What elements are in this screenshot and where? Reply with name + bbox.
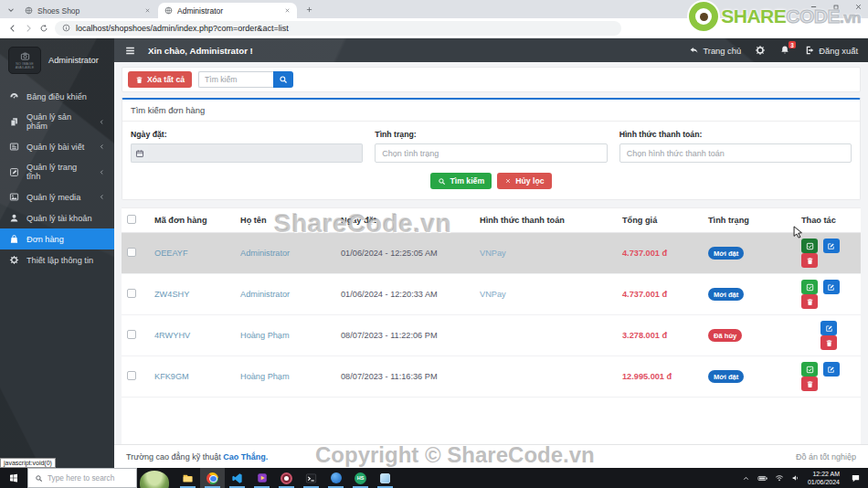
taskbar-search[interactable] [27, 468, 137, 488]
status-label: Tình trạng: [375, 130, 607, 139]
sidebar-item-accounts[interactable]: Quản lý tài khoản [0, 207, 114, 228]
menu-toggle-button[interactable] [124, 45, 136, 57]
sidebar-item-static-pages[interactable]: Quản lý trang tĩnh [0, 157, 114, 186]
window-minimize-button[interactable] [810, 3, 818, 11]
footer-school-link[interactable]: Cao Thắng. [223, 452, 268, 461]
taskbar-clock[interactable]: 12:22 AM 01/06/2024 [808, 470, 840, 486]
browser-tab-shoes-shop[interactable]: Shoes Shop [18, 3, 157, 18]
date-label: Ngày đặt: [131, 130, 363, 139]
delete-order-button[interactable] [801, 377, 818, 391]
order-code-link[interactable]: ZW4SHY [154, 290, 189, 299]
tray-expand-chevron[interactable] [742, 474, 750, 483]
hs-app-icon: HS [355, 472, 366, 484]
quick-search-input[interactable] [198, 71, 273, 88]
terminal-icon [305, 472, 317, 484]
settings-gears-button[interactable] [755, 45, 766, 56]
order-date: 08/07/2023 - 11:16:36 PM [335, 356, 474, 398]
sidebar-item-orders[interactable]: Đơn hàng [0, 228, 114, 249]
window-close-button[interactable] [854, 3, 863, 11]
sidebar-item-settings[interactable]: Thiết lập thông tin [0, 249, 114, 271]
row-checkbox[interactable] [127, 371, 136, 380]
customer-name-link[interactable]: Administrator [240, 249, 290, 258]
edit-order-button[interactable] [823, 239, 840, 253]
sidebar-item-media[interactable]: Quản lý media [0, 186, 114, 207]
taskbar-hs-app[interactable]: HS [348, 468, 373, 488]
order-total: 12.995.001 đ [622, 372, 672, 381]
notification-center-button[interactable] [847, 473, 863, 483]
browser-tab-administrator[interactable]: Administrator [158, 3, 297, 18]
site-info-icon[interactable] [62, 24, 70, 32]
status-select[interactable] [375, 143, 607, 163]
start-button[interactable] [0, 468, 27, 488]
table-row: ZW4SHY Administrator 01/06/2024 - 12:20:… [122, 274, 861, 315]
quick-search-button[interactable] [273, 71, 293, 88]
taskbar-chrome[interactable] [200, 468, 225, 488]
delete-order-button[interactable] [801, 294, 818, 309]
clock-date: 01/06/2024 [808, 478, 840, 486]
customer-name-link[interactable]: Administrator [240, 290, 290, 299]
edit-order-button[interactable] [820, 321, 837, 335]
customer-name-link[interactable]: Hoàng Phạm [240, 331, 290, 340]
filter-clear-button[interactable]: Hủy lọc [497, 173, 551, 189]
select-all-checkbox[interactable] [127, 215, 136, 224]
order-code-link[interactable]: OEEAYF [154, 249, 188, 258]
sidebar-item-posts[interactable]: Quản lý bài viết [0, 136, 114, 157]
chevron-left-icon [99, 194, 105, 200]
status-bar-link: javascript:void(0) [0, 458, 56, 468]
window-maximize-button[interactable] [832, 4, 840, 11]
media-player-icon [257, 472, 268, 483]
taskbar-3d-app[interactable] [373, 468, 397, 488]
edit-order-button[interactable] [823, 280, 840, 294]
browser-back-button[interactable] [8, 24, 17, 33]
row-checkbox[interactable] [127, 289, 136, 298]
delete-order-button[interactable] [801, 253, 818, 268]
row-checkbox[interactable] [127, 248, 136, 257]
payment-select[interactable] [619, 143, 852, 163]
browser-forward-button[interactable] [24, 24, 33, 33]
delete-all-button[interactable]: Xóa tất cả [128, 71, 192, 88]
taskbar-obs[interactable] [274, 468, 299, 488]
volume-icon[interactable] [791, 473, 800, 483]
edit-order-button[interactable] [823, 362, 840, 377]
approve-order-button[interactable] [801, 280, 818, 294]
order-code-link[interactable]: 4RWYHV [154, 331, 190, 340]
taskbar-file-explorer[interactable] [175, 468, 200, 488]
customer-name-link[interactable]: Hoàng Phạm [240, 372, 290, 381]
browser-refresh-button[interactable] [39, 24, 48, 33]
navbar-greeting: Xin chào, Administrator ! [148, 46, 253, 56]
home-link[interactable]: Trang chủ [689, 46, 741, 56]
approve-order-button[interactable] [801, 362, 818, 377]
toolbar-panel: Xóa tất cả [122, 67, 861, 92]
taskbar-terminal[interactable] [299, 468, 323, 488]
date-input[interactable] [148, 143, 364, 163]
approve-order-button[interactable] [801, 239, 818, 253]
battery-icon[interactable] [757, 473, 767, 483]
delete-order-button[interactable] [820, 335, 837, 350]
weather-widget[interactable] [137, 468, 172, 488]
notifications-button[interactable]: 3 [779, 45, 790, 56]
system-tray: 12:22 AM 01/06/2024 [742, 470, 868, 486]
sidebar-menu: Bảng điều khiển Quản lý sản phẩm Quản lý… [0, 86, 114, 271]
col-header-code: Mã đơn hàng [149, 208, 235, 233]
sidebar-item-products[interactable]: Quản lý sản phẩm [0, 107, 114, 136]
taskbar-blue-app[interactable] [323, 468, 348, 488]
taskbar-search-input[interactable] [48, 473, 125, 483]
tab-close-icon[interactable] [284, 7, 291, 14]
network-icon[interactable] [775, 473, 784, 483]
filter-search-button[interactable]: Tìm kiếm [430, 173, 492, 189]
orders-table-wrap: Mã đơn hàng Họ tên Ngày đặt Hình thức th… [122, 207, 861, 444]
tab-close-icon[interactable] [144, 7, 151, 14]
pencil-square-icon [825, 324, 833, 333]
orders-table: Mã đơn hàng Họ tên Ngày đặt Hình thức th… [122, 208, 861, 398]
tab-list-chevron-icon[interactable] [4, 3, 18, 17]
sidebar-item-dashboard[interactable]: Bảng điều khiển [0, 86, 114, 107]
logout-link[interactable]: Đăng xuất [804, 45, 858, 56]
row-checkbox[interactable] [127, 330, 136, 339]
taskbar-media-app[interactable] [249, 468, 274, 488]
new-tab-button[interactable] [302, 2, 316, 16]
order-code-link[interactable]: KFK9GM [154, 372, 189, 381]
tab-favicon-globe-icon [25, 6, 33, 15]
taskbar-vscode[interactable] [225, 468, 249, 488]
filter-panel: Tìm kiếm đơn hàng Ngày đặt: Tình trạng: [122, 98, 861, 200]
url-bar[interactable]: localhost/shopshoes/admin/index.php?com=… [55, 21, 621, 36]
